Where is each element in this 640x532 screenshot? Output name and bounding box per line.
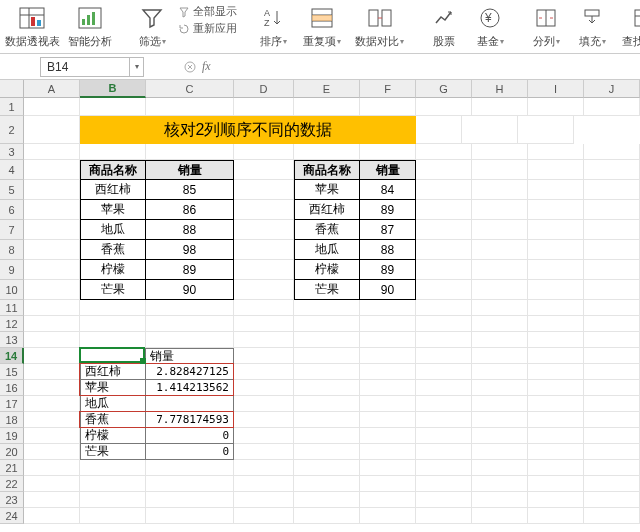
table2-h1[interactable]: 商品名称	[294, 160, 360, 180]
cell[interactable]	[416, 476, 472, 492]
cell[interactable]	[234, 348, 294, 364]
cell[interactable]	[234, 144, 294, 160]
cell[interactable]	[234, 280, 294, 300]
row-header-21[interactable]: 21	[0, 460, 24, 476]
cell[interactable]	[584, 444, 640, 460]
table2-row[interactable]: 地瓜	[294, 240, 360, 260]
cell[interactable]	[584, 460, 640, 476]
col-header-B[interactable]: B	[80, 80, 146, 98]
cell[interactable]	[234, 380, 294, 396]
cell[interactable]	[234, 508, 294, 524]
row-header-22[interactable]: 22	[0, 476, 24, 492]
cell[interactable]	[24, 508, 80, 524]
compare-button[interactable]: 数据对比▾	[351, 4, 408, 49]
cell[interactable]	[360, 508, 416, 524]
row-header-8[interactable]: 8	[0, 240, 24, 260]
cell[interactable]	[24, 364, 80, 380]
cell[interactable]	[472, 180, 528, 200]
cell[interactable]	[294, 492, 360, 508]
table2-row[interactable]: 88	[360, 240, 416, 260]
cell[interactable]	[472, 98, 528, 116]
cell[interactable]	[416, 332, 472, 348]
cell[interactable]	[146, 332, 234, 348]
select-all-corner[interactable]	[0, 80, 24, 98]
col-header-E[interactable]: E	[294, 80, 360, 98]
cell[interactable]	[24, 200, 80, 220]
cell[interactable]	[518, 116, 574, 144]
cell[interactable]	[416, 316, 472, 332]
cell[interactable]	[146, 144, 234, 160]
cell[interactable]	[24, 444, 80, 460]
cell[interactable]	[416, 428, 472, 444]
name-box-dropdown[interactable]: ▾	[130, 57, 144, 77]
cell[interactable]	[234, 240, 294, 260]
cell[interactable]	[528, 144, 584, 160]
col-header-A[interactable]: A	[24, 80, 80, 98]
cell[interactable]	[234, 460, 294, 476]
cell[interactable]	[472, 220, 528, 240]
row-header-6[interactable]: 6	[0, 200, 24, 220]
cell[interactable]	[80, 316, 146, 332]
cell[interactable]	[24, 220, 80, 240]
cell[interactable]	[528, 476, 584, 492]
cell[interactable]	[584, 160, 640, 180]
cell[interactable]	[360, 444, 416, 460]
cell[interactable]	[472, 200, 528, 220]
row-header-23[interactable]: 23	[0, 492, 24, 508]
table1-row[interactable]: 85	[146, 180, 234, 200]
cell[interactable]	[294, 460, 360, 476]
cell[interactable]	[416, 160, 472, 180]
cell[interactable]	[360, 460, 416, 476]
cell[interactable]	[234, 428, 294, 444]
result-name[interactable]: 香蕉	[80, 412, 146, 428]
cell[interactable]	[24, 260, 80, 280]
cell[interactable]	[234, 98, 294, 116]
cell[interactable]	[360, 492, 416, 508]
cell[interactable]	[294, 300, 360, 316]
filter-button[interactable]: 筛选▾	[132, 4, 172, 49]
cell[interactable]	[528, 98, 584, 116]
showall-button[interactable]: 全部显示	[178, 4, 237, 19]
cell[interactable]	[528, 280, 584, 300]
cell[interactable]	[416, 220, 472, 240]
cell[interactable]	[528, 160, 584, 180]
fill-button[interactable]: 填充▾	[572, 4, 612, 49]
cell[interactable]	[360, 348, 416, 364]
cell[interactable]	[584, 300, 640, 316]
cell[interactable]	[294, 144, 360, 160]
cell[interactable]	[234, 316, 294, 332]
table2-row[interactable]: 香蕉	[294, 220, 360, 240]
cell[interactable]	[416, 348, 472, 364]
table1-row[interactable]: 柠檬	[80, 260, 146, 280]
cell[interactable]	[528, 428, 584, 444]
cell[interactable]	[472, 476, 528, 492]
row-header-20[interactable]: 20	[0, 444, 24, 460]
cell[interactable]	[80, 508, 146, 524]
cell[interactable]	[416, 240, 472, 260]
table2-row[interactable]: 柠檬	[294, 260, 360, 280]
cell[interactable]	[24, 380, 80, 396]
title-banner[interactable]: 核对2列顺序不同的数据	[80, 116, 416, 144]
result-name[interactable]: 芒果	[80, 444, 146, 460]
table1-row[interactable]: 香蕉	[80, 240, 146, 260]
row-header-1[interactable]: 1	[0, 98, 24, 116]
cell[interactable]	[360, 332, 416, 348]
table1-row[interactable]: 苹果	[80, 200, 146, 220]
cell[interactable]	[416, 200, 472, 220]
row-header-17[interactable]: 17	[0, 396, 24, 412]
cell[interactable]	[472, 240, 528, 260]
sort-button[interactable]: AZ 排序▾	[253, 4, 293, 49]
cell[interactable]	[472, 380, 528, 396]
col-header-I[interactable]: I	[528, 80, 584, 98]
cell[interactable]	[80, 348, 146, 364]
cell[interactable]	[294, 332, 360, 348]
table1-row[interactable]: 88	[146, 220, 234, 240]
cell[interactable]	[584, 348, 640, 364]
cell[interactable]	[294, 396, 360, 412]
cell[interactable]	[584, 380, 640, 396]
row-header-13[interactable]: 13	[0, 332, 24, 348]
cell[interactable]	[472, 144, 528, 160]
row-header-16[interactable]: 16	[0, 380, 24, 396]
cell[interactable]	[234, 412, 294, 428]
cell[interactable]	[472, 160, 528, 180]
